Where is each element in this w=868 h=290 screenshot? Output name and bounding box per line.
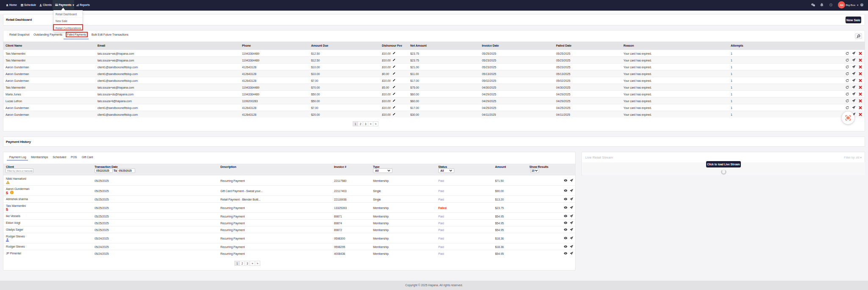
svg-text:?: ? xyxy=(861,4,862,6)
